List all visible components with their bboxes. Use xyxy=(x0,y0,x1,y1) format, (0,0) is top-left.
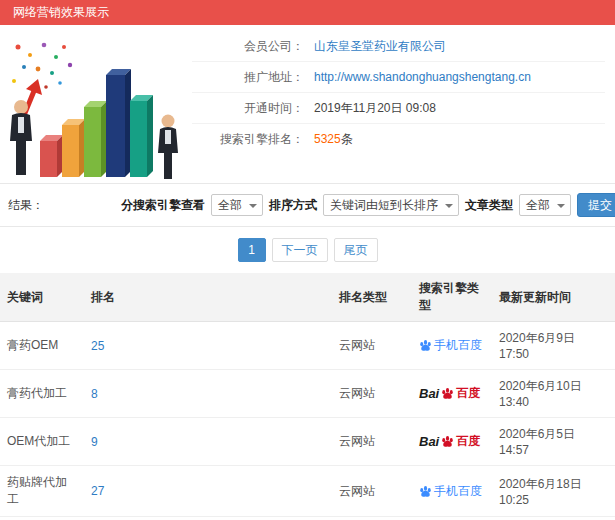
engine-type-cell: 手机百度 xyxy=(412,466,492,517)
results-label: 结果： xyxy=(8,197,44,214)
keyword-cell: 药贴牌代加工 xyxy=(0,466,84,517)
submit-button[interactable]: 提交 xyxy=(577,193,615,217)
open-time-value: 2019年11月20日 09:08 xyxy=(314,100,436,117)
engine-type-cell: 手机百度 xyxy=(412,322,492,370)
keyword-cell: 膏药代加工 xyxy=(0,370,84,418)
baidu-bai-text: Bai xyxy=(419,434,439,449)
baidu-bai-text: Bai xyxy=(419,386,439,401)
table-row: 药贴牌代加工27云网站手机百度2020年6月18日 10:25 xyxy=(0,466,615,517)
mobile-baidu-badge: 手机百度 xyxy=(419,337,485,354)
hero-graphic xyxy=(0,29,192,179)
rank-cell: 9 xyxy=(84,418,332,466)
header-keyword: 关键词 xyxy=(0,273,84,322)
rank-type-cell: 云网站 xyxy=(332,418,412,466)
chevron-down-icon xyxy=(557,204,565,212)
rank-link[interactable]: 9 xyxy=(91,435,98,449)
rank-link[interactable]: 25 xyxy=(91,339,104,353)
engine-label: 手机百度 xyxy=(434,483,482,500)
promo-url-link[interactable]: http://www.shandonghuangshengtang.cn xyxy=(314,70,531,84)
engine-filter-select[interactable]: 全部 xyxy=(211,194,263,216)
header-rank: 排名 xyxy=(84,273,332,322)
rank-cell: 1 xyxy=(84,517,332,520)
rank-count-label: 搜索引擎排名： xyxy=(192,131,304,148)
table-header-row: 关键词 排名 排名类型 搜索引擎类型 最新更新时间 xyxy=(0,273,615,322)
rank-count-number: 5325 xyxy=(314,132,341,146)
sort-filter-label: 排序方式 xyxy=(269,197,317,214)
baidu-paw-icon xyxy=(419,485,432,498)
next-page-button[interactable]: 下一页 xyxy=(272,238,328,262)
engine-label: 手机百度 xyxy=(434,337,482,354)
keyword-cell: OEM代加工 xyxy=(0,418,84,466)
rank-cell: 27 xyxy=(84,466,332,517)
rank-type-cell: 云网站 xyxy=(332,322,412,370)
info-row-url: 推广地址： http://www.shandonghuangshengtang.… xyxy=(192,62,605,93)
results-bar: 结果： 分搜索引擎查看 全部 排序方式 关键词由短到长排序 文章类型 全部 提交 xyxy=(0,183,615,227)
rank-count-value: 5325条 xyxy=(314,131,353,148)
update-time-cell: 2020年6月10日 13:40 xyxy=(492,370,615,418)
info-row-rank-count: 搜索引擎排名： 5325条 xyxy=(192,124,605,155)
rank-type-cell: 云网站 xyxy=(332,370,412,418)
update-time-cell: 2020年6月18日 10:25 xyxy=(492,466,615,517)
keyword-ranking-table: 关键词 排名 排名类型 搜索引擎类型 最新更新时间 膏药OEM25云网站手机百度… xyxy=(0,273,615,520)
baidu-cn-text: 百度 xyxy=(456,433,480,450)
rank-cell: 25 xyxy=(84,322,332,370)
article-type-select[interactable]: 全部 xyxy=(519,194,571,216)
article-type-value: 全部 xyxy=(526,197,550,214)
pagination: 1 下一页 尾页 xyxy=(0,227,615,273)
rank-link[interactable]: 27 xyxy=(91,484,104,498)
engine-type-cell: Bai百度 xyxy=(412,517,492,520)
chevron-down-icon xyxy=(445,204,453,212)
update-time-cell: 2020年6月9日 17:50 xyxy=(492,322,615,370)
table-row: 膏药代加工8云网站Bai百度2020年6月10日 13:40 xyxy=(0,370,615,418)
sort-filter-value: 关键词由短到长排序 xyxy=(330,197,438,214)
engine-filter-label: 分搜索引擎查看 xyxy=(121,197,205,214)
header-engine-type: 搜索引擎类型 xyxy=(412,273,492,322)
businessman-right xyxy=(158,115,178,180)
page-header: 网络营销效果展示 xyxy=(0,0,615,25)
promo-url-label: 推广地址： xyxy=(192,69,304,86)
info-row-open-time: 开通时间： 2019年11月20日 09:08 xyxy=(192,93,605,124)
rank-cell: 8 xyxy=(84,370,332,418)
page-title: 网络营销效果展示 xyxy=(13,5,109,19)
keyword-cell: 膏药OEM xyxy=(0,322,84,370)
engine-type-cell: Bai百度 xyxy=(412,370,492,418)
sort-filter-select[interactable]: 关键词由短到长排序 xyxy=(323,194,459,216)
open-time-label: 开通时间： xyxy=(192,100,304,117)
table-row: 膏药OEM25云网站手机百度2020年6月9日 17:50 xyxy=(0,322,615,370)
header-rank-type: 排名类型 xyxy=(332,273,412,322)
update-time-cell: 2020年6月11日 11:18 xyxy=(492,517,615,520)
baidu-paw-icon xyxy=(419,339,432,352)
businessman-left xyxy=(10,100,32,175)
table-row: OEM代加工9云网站Bai百度2020年6月5日 14:57 xyxy=(0,418,615,466)
page-1-button[interactable]: 1 xyxy=(238,238,266,262)
rank-link[interactable]: 8 xyxy=(91,387,98,401)
info-row-company: 会员公司： 山东皇圣堂药业有限公司 xyxy=(192,31,605,62)
mobile-baidu-badge: 手机百度 xyxy=(419,483,485,500)
header-update-time: 最新更新时间 xyxy=(492,273,615,322)
member-info: 会员公司： 山东皇圣堂药业有限公司 推广地址： http://www.shand… xyxy=(192,29,615,179)
baidu-paw-icon xyxy=(441,387,454,400)
rank-count-suffix: 条 xyxy=(341,132,353,146)
baidu-cn-text: 百度 xyxy=(456,385,480,402)
last-page-button[interactable]: 尾页 xyxy=(334,238,378,262)
engine-filter-value: 全部 xyxy=(218,197,242,214)
update-time-cell: 2020年6月5日 14:57 xyxy=(492,418,615,466)
article-type-label: 文章类型 xyxy=(465,197,513,214)
rank-type-cell: 云网站 xyxy=(332,517,412,520)
table-row: 北京膏药贴牌1云网站Bai百度2020年6月11日 11:18 xyxy=(0,517,615,520)
table-body: 膏药OEM25云网站手机百度2020年6月9日 17:50膏药代加工8云网站Ba… xyxy=(0,322,615,520)
chevron-down-icon xyxy=(249,204,257,212)
company-link[interactable]: 山东皇圣堂药业有限公司 xyxy=(314,38,446,55)
bar-chart-illustration xyxy=(0,29,192,179)
hero-section: 会员公司： 山东皇圣堂药业有限公司 推广地址： http://www.shand… xyxy=(0,25,615,179)
rank-type-cell: 云网站 xyxy=(332,466,412,517)
engine-type-cell: Bai百度 xyxy=(412,418,492,466)
baidu-badge: Bai百度 xyxy=(419,433,485,450)
filter-controls: 分搜索引擎查看 全部 排序方式 关键词由短到长排序 文章类型 全部 提交 xyxy=(121,193,615,217)
baidu-badge: Bai百度 xyxy=(419,385,485,402)
keyword-cell: 北京膏药贴牌 xyxy=(0,517,84,520)
company-label: 会员公司： xyxy=(192,38,304,55)
baidu-paw-icon xyxy=(441,435,454,448)
